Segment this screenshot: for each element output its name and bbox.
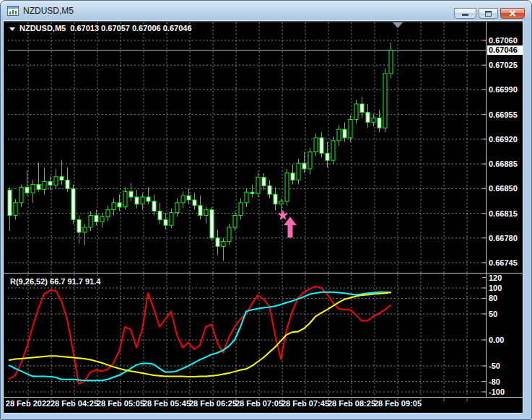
time-axis[interactable]	[4, 398, 523, 413]
restore-button[interactable]	[479, 8, 498, 19]
chevron-down-icon	[9, 27, 15, 31]
oscillator-line-fast	[9, 286, 391, 384]
axis-labels: 0.670600.670250.669900.669550.669200.668…	[6, 36, 518, 408]
close-button[interactable]	[500, 8, 525, 19]
chart-icon	[7, 6, 19, 16]
restore-icon	[485, 11, 492, 17]
minimize-button[interactable]	[454, 8, 476, 19]
header-ohlc-values: 0.67013 0.67057 0.67006 0.67046	[70, 24, 191, 32]
buy-signal-marker	[277, 209, 297, 237]
price-axis[interactable]	[486, 21, 523, 398]
chart-window: NZDUSD,M5 0.670600.670250.669900.669550.…	[0, 0, 532, 420]
title-bar[interactable]: NZDUSD,M5	[1, 1, 531, 21]
star-icon	[277, 209, 288, 219]
window-controls	[454, 8, 525, 19]
up-arrow-icon	[284, 216, 297, 237]
window-title: NZDUSD,M5	[23, 6, 74, 16]
chart-shift-marker-icon[interactable]	[393, 22, 403, 28]
chart-client-area[interactable]: 0.670600.670250.669900.669550.669200.668…	[4, 21, 523, 413]
oscillator-lines	[9, 286, 391, 384]
pane-borders	[4, 22, 523, 398]
price-chart[interactable]: 0.670600.670250.669900.669550.669200.668…	[4, 21, 523, 413]
close-icon	[509, 10, 516, 17]
oscillator-line-signal	[9, 292, 391, 377]
candles	[8, 43, 393, 261]
header-symbol: NZDUSD,M5	[19, 24, 66, 32]
minimize-icon	[462, 14, 468, 16]
pane-divider[interactable]	[4, 271, 523, 275]
grid-lines	[8, 22, 486, 401]
indicator-label: R(9,26,52) 66.7 91.7 91.4	[10, 277, 100, 286]
chart-ohlc-header: NZDUSD,M5 0.67013 0.67057 0.67006 0.6704…	[9, 24, 192, 32]
